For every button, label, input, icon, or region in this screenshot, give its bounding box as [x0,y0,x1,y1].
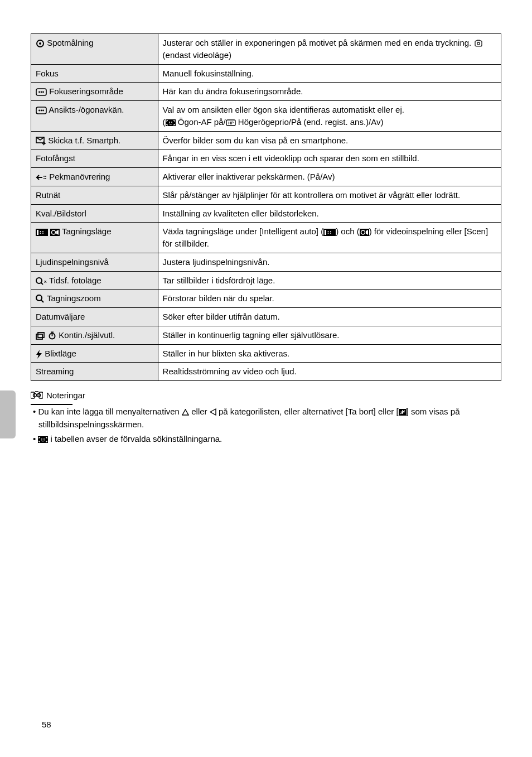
row-label-text: Blixtläge [45,349,76,358]
row-desc: Här kan du ändra fokuseringsområde. [158,83,501,101]
table-row: FotofångstFångar in en viss scen i ett v… [31,150,501,168]
row-label-text: Tidsf. fotoläge [49,276,101,285]
row-label-text: Fokus [36,69,59,78]
arrow-in-left-icon [36,173,47,181]
svg-point-24 [40,231,41,232]
svg-rect-44 [38,332,44,337]
row-label: Kval./Bildstorl [31,204,158,223]
magnify-x2-icon: x2 [36,277,47,286]
svg-point-21 [45,178,46,179]
notes-heading: Noteringar [31,389,501,402]
row-label: Fotofångst [31,150,158,168]
table-row: FokusManuell fokusinställning. [31,64,501,83]
row-label-text: Pekmanövrering [49,172,110,181]
table-row: PekmanövreringAktiverar eller inaktivera… [31,168,501,186]
burst-icon [36,332,46,340]
row-label: Ansikts-/ögonavkän. [31,101,158,132]
row-label: Tagningszoom [31,290,158,308]
notes-section: Noteringar • Du kan inte lägga till meny… [31,389,501,446]
row-label-text: Fotofångst [36,153,75,163]
row-label-text: Fokuseringsområde [49,86,123,96]
row-desc: Växla tagningsläge under [Intelligent au… [158,223,501,253]
row-desc: Ställer in hur blixten ska aktiveras. [158,344,501,363]
row-label-text: Kontin./självutl. [59,330,115,340]
svg-point-57 [43,438,45,440]
svg-rect-2 [475,41,482,46]
svg-point-9 [38,110,40,112]
row-label-text: Kval./Bildstorl [36,209,86,218]
svg-point-5 [38,91,40,93]
row-label: Tagningsläge [31,223,158,253]
note-icon [31,391,43,399]
svg-point-7 [42,91,44,93]
row-label-text: Datumväljare [36,312,85,321]
row-desc: Fångar in en viss scen i ett videoklipp … [158,150,501,168]
page-content: SpotmålningJusterar och ställer in expon… [0,0,532,470]
svg-point-13 [169,122,170,123]
svg-text:x2: x2 [44,279,47,284]
note-item: • i tabellen avser de förvalda sökinstäl… [31,432,501,445]
table-row: x2 Tidsf. fotolägeTar stillbilder i tids… [31,271,501,290]
notes-list: • Du kan inte lägga till menyalternative… [31,405,501,446]
svg-point-6 [41,91,42,93]
spotmeter-icon [36,39,45,48]
settings-table: SpotmålningJusterar och ställer in expon… [31,33,501,381]
svg-text:HP: HP [228,121,234,125]
svg-line-42 [41,300,44,303]
row-label: Kontin./självutl. [31,326,158,344]
row-label-text: Rutnät [36,190,60,200]
timer-icon [48,331,56,340]
svg-point-25 [40,233,41,234]
table-row: Skicka t.f. Smartph.Överför bilder som d… [31,131,501,150]
row-label: Pekmanövrering [31,168,158,186]
table-row: Kval./BildstorlInställning av kvaliteten… [31,204,501,223]
row-label-text: Tagningsläge [62,226,111,236]
table-row: DatumväljareSöker efter bilder utifrån d… [31,308,501,326]
row-label: x2 Tidsf. fotoläge [31,271,158,290]
table-row: FokuseringsområdeHär kan du ändra fokuse… [31,83,501,101]
row-desc: Söker efter bilder utifrån datum. [158,308,501,326]
row-label: Rutnät [31,186,158,204]
svg-rect-23 [37,230,38,235]
film-icon [36,229,48,236]
table-row: LjudinspelningsnivåJustera ljudinspelnin… [31,253,501,271]
svg-point-56 [41,438,42,440]
svg-rect-43 [36,334,42,339]
svg-point-19 [45,176,46,177]
row-desc: Ställer in kontinuerlig tagning eller sj… [158,326,501,344]
side-tab [0,390,16,438]
flash-icon [36,350,42,359]
svg-rect-31 [325,230,326,235]
table-row: Kontin./självutl.Ställer in kontinuerlig… [31,326,501,344]
row-desc: Val av om ansikten eller ögon ska identi… [158,101,501,132]
row-desc: Justera ljudinspelningsnivån. [158,253,501,271]
row-desc: Överför bilder som du kan visa på en sma… [158,131,501,150]
mail-down-icon [36,137,46,146]
svg-point-10 [41,110,42,112]
row-label-text: Tagningszoom [47,293,101,303]
table-row: RutnätSlår på/stänger av hjälplinjer för… [31,186,501,204]
detect-bracket-icon [36,107,47,114]
row-label-text: Skicka t.f. Smartph. [48,136,120,145]
svg-point-34 [330,231,331,232]
svg-point-32 [328,231,329,232]
row-label-text: Streaming [36,367,74,376]
row-label-text: Spotmålning [47,38,93,47]
svg-point-11 [42,110,44,112]
note-item: • Du kan inte lägga till menyalternative… [31,405,501,431]
row-desc: Slår på/stänger av hjälplinjer för att k… [158,186,501,204]
table-row: StreamingRealtidsströmning av video och … [31,363,501,381]
row-desc: Justerar och ställer in exponeringen på … [158,34,501,65]
row-desc: Realtidsströmning av video och ljud. [158,363,501,381]
svg-point-1 [39,42,41,45]
table-row: BlixtlägeStäller in hur blixten ska akti… [31,344,501,363]
svg-point-27 [42,233,43,234]
page-number: 58 [42,720,51,729]
row-label: Blixtläge [31,344,158,363]
notes-heading-text: Noteringar [46,389,85,402]
row-label: Skicka t.f. Smartph. [31,131,158,150]
svg-rect-48 [31,392,35,398]
table-row: SpotmålningJusterar och ställer in expon… [31,34,501,65]
row-label: Datumväljare [31,308,158,326]
table-row: TagningslägeVäxla tagningsläge under [In… [31,223,501,253]
